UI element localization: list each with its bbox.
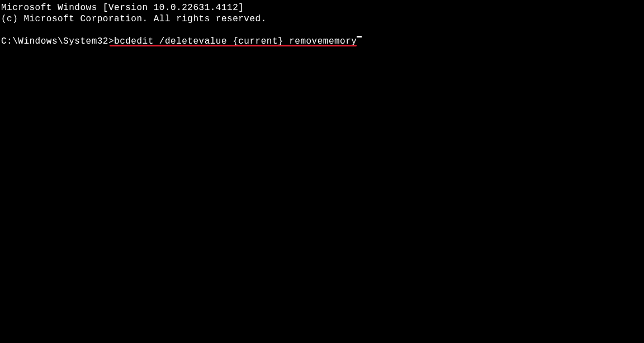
prompt-path: C:\Windows\System32> [1,36,114,47]
cursor-icon [357,36,362,37]
highlight-underline [110,45,357,46]
version-line: Microsoft Windows [Version 10.0.22631.41… [1,2,643,13]
blank-line [1,25,643,36]
copyright-line: (c) Microsoft Corporation. All rights re… [1,13,643,25]
terminal-window[interactable]: Microsoft Windows [Version 10.0.22631.41… [0,0,644,49]
